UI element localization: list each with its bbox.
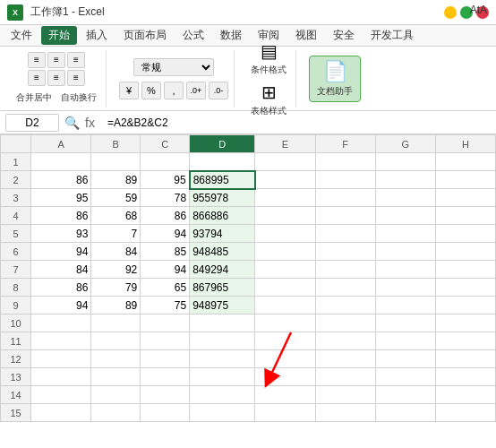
cell-d13[interactable] bbox=[190, 368, 255, 386]
row-header-14[interactable]: 14 bbox=[1, 386, 31, 404]
cell-reference-input[interactable] bbox=[5, 114, 59, 132]
cell-h6[interactable] bbox=[435, 243, 495, 261]
cell-c5[interactable]: 94 bbox=[141, 225, 190, 243]
align-mid-left-btn[interactable]: ≡ bbox=[28, 70, 46, 86]
cell-a4[interactable]: 86 bbox=[31, 207, 91, 225]
cell-a13[interactable] bbox=[31, 368, 91, 386]
cell-f2[interactable] bbox=[315, 171, 375, 189]
document-assistant-btn[interactable]: 📄 文档助手 bbox=[309, 56, 361, 102]
cell-c13[interactable] bbox=[141, 368, 190, 386]
align-mid-right-btn[interactable]: ≡ bbox=[67, 70, 85, 86]
align-top-left-btn[interactable]: ≡ bbox=[28, 52, 46, 68]
cell-e9[interactable] bbox=[255, 297, 315, 314]
cell-c8[interactable]: 65 bbox=[141, 279, 190, 297]
cell-h9[interactable] bbox=[435, 297, 495, 314]
cell-h7[interactable] bbox=[435, 261, 495, 279]
cell-h4[interactable] bbox=[435, 207, 495, 225]
col-header-h[interactable]: H bbox=[435, 135, 495, 153]
cell-b13[interactable] bbox=[91, 368, 141, 386]
cell-e8[interactable] bbox=[255, 279, 315, 297]
cell-c10[interactable] bbox=[141, 314, 190, 332]
cell-e4[interactable] bbox=[255, 207, 315, 225]
cell-f7[interactable] bbox=[315, 261, 375, 279]
cell-c11[interactable] bbox=[141, 332, 190, 350]
cell-b14[interactable] bbox=[91, 386, 141, 404]
row-header-15[interactable]: 15 bbox=[1, 404, 31, 422]
menu-view[interactable]: 视图 bbox=[288, 26, 324, 45]
cell-d9[interactable]: 948975 bbox=[190, 297, 255, 314]
cell-c4[interactable]: 86 bbox=[141, 207, 190, 225]
cell-a11[interactable] bbox=[31, 332, 91, 350]
cell-b11[interactable] bbox=[91, 332, 141, 350]
row-header-2[interactable]: 2 bbox=[1, 171, 31, 189]
cell-e15[interactable] bbox=[255, 404, 315, 422]
cell-c14[interactable] bbox=[141, 386, 190, 404]
menu-formula[interactable]: 公式 bbox=[175, 26, 211, 45]
cell-g13[interactable] bbox=[375, 368, 435, 386]
cell-b12[interactable] bbox=[91, 350, 141, 368]
row-header-6[interactable]: 6 bbox=[1, 243, 31, 261]
col-header-a[interactable]: A bbox=[31, 135, 91, 153]
cell-d14[interactable] bbox=[190, 386, 255, 404]
formula-input[interactable] bbox=[106, 115, 491, 131]
cell-f4[interactable] bbox=[315, 207, 375, 225]
cell-f3[interactable] bbox=[315, 189, 375, 207]
col-header-f[interactable]: F bbox=[315, 135, 375, 153]
cell-f1[interactable] bbox=[315, 153, 375, 171]
cell-a3[interactable]: 95 bbox=[31, 189, 91, 207]
menu-insert[interactable]: 插入 bbox=[79, 26, 115, 45]
cell-a5[interactable]: 93 bbox=[31, 225, 91, 243]
menu-security[interactable]: 安全 bbox=[326, 26, 362, 45]
cell-f13[interactable] bbox=[315, 368, 375, 386]
wrap-text-btn[interactable]: 自动换行 bbox=[57, 90, 100, 106]
row-header-7[interactable]: 7 bbox=[1, 261, 31, 279]
align-top-center-btn[interactable]: ≡ bbox=[47, 52, 65, 68]
cell-d6[interactable]: 948485 bbox=[190, 243, 255, 261]
cell-h13[interactable] bbox=[435, 368, 495, 386]
cell-c1[interactable] bbox=[141, 153, 190, 171]
cell-d1[interactable] bbox=[190, 153, 255, 171]
cell-g5[interactable] bbox=[375, 225, 435, 243]
cell-g12[interactable] bbox=[375, 350, 435, 368]
cell-e3[interactable] bbox=[255, 189, 315, 207]
comma-btn[interactable]: , bbox=[164, 82, 184, 99]
percent-btn[interactable]: % bbox=[141, 82, 161, 99]
cell-d5[interactable]: 93794 bbox=[190, 225, 255, 243]
conditional-format-btn[interactable]: ▤ 条件格式 bbox=[247, 39, 290, 78]
col-header-d[interactable]: D bbox=[190, 135, 255, 153]
cell-e1[interactable] bbox=[255, 153, 315, 171]
cell-h14[interactable] bbox=[435, 386, 495, 404]
row-header-12[interactable]: 12 bbox=[1, 350, 31, 368]
dec-decrease-btn[interactable]: .0- bbox=[209, 82, 228, 99]
cell-e2[interactable] bbox=[255, 171, 315, 189]
menu-data[interactable]: 数据 bbox=[213, 26, 249, 45]
cell-h2[interactable] bbox=[435, 171, 495, 189]
cell-g1[interactable] bbox=[375, 153, 435, 171]
col-header-c[interactable]: C bbox=[141, 135, 190, 153]
table-style-btn[interactable]: ⊞ 表格样式 bbox=[247, 80, 290, 119]
cell-c2[interactable]: 95 bbox=[141, 171, 190, 189]
cell-f14[interactable] bbox=[315, 386, 375, 404]
merge-center-btn[interactable]: 合并居中 bbox=[13, 90, 56, 106]
row-header-13[interactable]: 13 bbox=[1, 368, 31, 386]
row-header-4[interactable]: 4 bbox=[1, 207, 31, 225]
menu-developer[interactable]: 开发工具 bbox=[363, 26, 421, 45]
row-header-8[interactable]: 8 bbox=[1, 279, 31, 297]
cell-e5[interactable] bbox=[255, 225, 315, 243]
cell-a10[interactable] bbox=[31, 314, 91, 332]
cell-h8[interactable] bbox=[435, 279, 495, 297]
align-mid-center-btn[interactable]: ≡ bbox=[47, 70, 65, 86]
cell-g4[interactable] bbox=[375, 207, 435, 225]
cell-d11[interactable] bbox=[190, 332, 255, 350]
cell-f6[interactable] bbox=[315, 243, 375, 261]
align-top-right-btn[interactable]: ≡ bbox=[67, 52, 85, 68]
row-header-1[interactable]: 1 bbox=[1, 153, 31, 171]
cell-f9[interactable] bbox=[315, 297, 375, 314]
cell-e6[interactable] bbox=[255, 243, 315, 261]
cell-d7[interactable]: 849294 bbox=[190, 261, 255, 279]
cell-f5[interactable] bbox=[315, 225, 375, 243]
row-header-5[interactable]: 5 bbox=[1, 225, 31, 243]
cell-a14[interactable] bbox=[31, 386, 91, 404]
cell-b10[interactable] bbox=[91, 314, 141, 332]
row-header-10[interactable]: 10 bbox=[1, 314, 31, 332]
